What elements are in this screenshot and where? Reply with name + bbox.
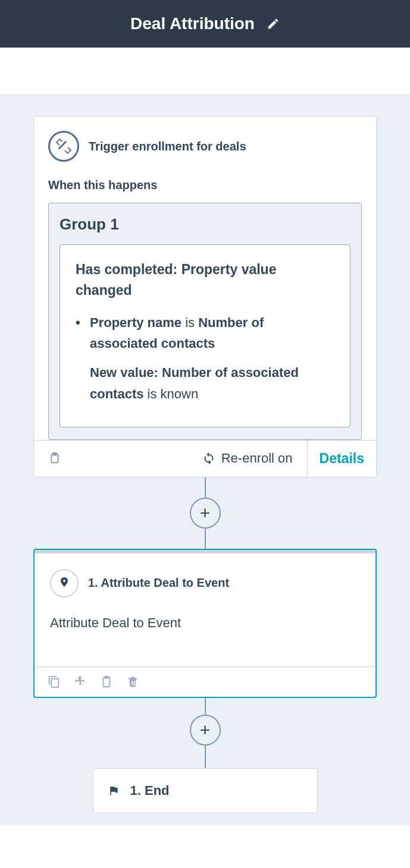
- group-title: Group 1: [60, 215, 350, 234]
- details-button[interactable]: Details: [307, 441, 376, 477]
- delete-icon[interactable]: [126, 675, 139, 688]
- condition-item-1: Property name is Number of associated co…: [76, 312, 334, 354]
- action-header: 1. Attribute Deal to Event: [50, 569, 360, 597]
- connector-line: [205, 698, 206, 715]
- add-step-button[interactable]: +: [190, 715, 221, 746]
- clipboard-icon[interactable]: [48, 451, 61, 466]
- connector-line: [205, 477, 206, 498]
- trigger-group[interactable]: Group 1 Has completed: Property value ch…: [48, 203, 362, 440]
- action-footer: [35, 666, 375, 697]
- connector-line: [205, 746, 206, 768]
- connector-line: [205, 529, 206, 549]
- spacer: [0, 48, 410, 95]
- action-title: 1. Attribute Deal to Event: [88, 576, 229, 590]
- trigger-header: Trigger enrollment for deals: [48, 131, 362, 162]
- trigger-card[interactable]: Trigger enrollment for deals When this h…: [33, 116, 377, 477]
- refresh-icon[interactable]: [202, 451, 215, 466]
- action-icon: [50, 569, 79, 597]
- end-card[interactable]: 1. End: [93, 768, 318, 813]
- condition-title: Has completed: Property value changed: [76, 259, 334, 300]
- reenroll-label[interactable]: Re-enroll on: [221, 451, 293, 466]
- action-card[interactable]: 1. Attribute Deal to Event Attribute Dea…: [33, 549, 377, 698]
- move-icon[interactable]: [74, 675, 87, 688]
- trigger-footer: Re-enroll on Details: [34, 440, 376, 477]
- handshake-icon: [48, 131, 79, 162]
- flag-icon: [108, 784, 120, 798]
- workflow-canvas: Trigger enrollment for deals When this h…: [0, 95, 410, 825]
- when-label: When this happens: [48, 178, 362, 192]
- page-title: Deal Attribution: [130, 14, 255, 33]
- condition-item-2: New value: Number of associated contacts…: [76, 362, 334, 404]
- copy-icon[interactable]: [48, 675, 61, 688]
- action-description: Attribute Deal to Event: [50, 615, 360, 631]
- end-label: 1. End: [130, 783, 170, 798]
- add-step-button[interactable]: +: [190, 498, 221, 529]
- clipboard-action-icon[interactable]: [100, 675, 113, 688]
- page-header: Deal Attribution: [0, 0, 410, 48]
- condition-box: Has completed: Property value changed Pr…: [60, 244, 350, 427]
- edit-icon[interactable]: [267, 17, 280, 30]
- trigger-title: Trigger enrollment for deals: [89, 140, 246, 153]
